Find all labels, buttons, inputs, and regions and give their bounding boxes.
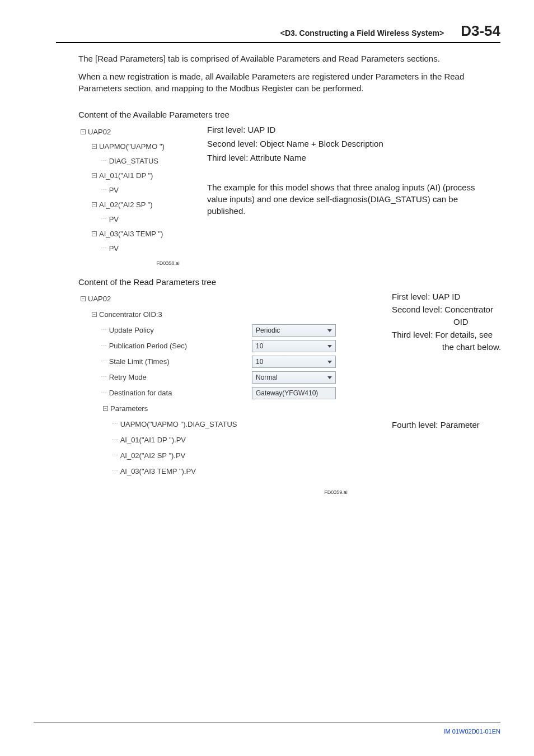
select-value: Normal — [256, 374, 278, 381]
tree-connector-icon: ⋯ — [101, 245, 107, 252]
tree-connector-icon: ⋯ — [101, 157, 107, 165]
read-params-title: Content of the Read Parameters tree — [78, 277, 495, 287]
available-params-figure: − UAP02 − UAPMO("UAPMO ") ⋯ DIAG_STATUS … — [78, 124, 495, 256]
tree-connector-icon: ⋯ — [101, 216, 107, 223]
tree-node-ai01-pv[interactable]: ⋯ PV — [78, 183, 196, 198]
collapse-icon[interactable]: − — [81, 129, 86, 134]
tree-node-destination[interactable]: ⋯ Destination for data — [78, 389, 252, 397]
tree-label: AI_01("AI1 DP ") — [99, 171, 153, 180]
tree-label: AI_03("AI3 TEMP ") — [99, 230, 163, 238]
tree-label: Concentrator OID:3 — [99, 310, 162, 319]
tree-label: AI_01("AI1 DP ").PV — [120, 436, 186, 444]
collapse-icon[interactable]: − — [92, 144, 97, 149]
desc-level-2: Second level: Object Name + Block Descri… — [207, 138, 495, 150]
tree-node-publication-period[interactable]: ⋯ Publication Period (Sec) — [78, 342, 252, 350]
tree-node-param-ai01[interactable]: ⋯ AI_01("AI1 DP ").PV — [78, 436, 252, 444]
page: <D3. Constructing a Field Wireless Syste… — [0, 0, 534, 756]
read-params-side-labels: First level: UAP ID Second level: Concen… — [392, 291, 532, 433]
tree-label: AI_03("AI3 TEMP ").PV — [120, 467, 196, 475]
tree-label: Publication Period (Sec) — [109, 342, 187, 350]
tree-label: DIAG_STATUS — [109, 157, 158, 165]
tree-connector-icon: ⋯ — [101, 326, 107, 334]
tree-label: Retry Mode — [109, 373, 147, 381]
desc-example: The example for this model shows that th… — [207, 181, 495, 217]
select-value: 10 — [256, 358, 263, 366]
tree-node-stale-limit[interactable]: ⋯ Stale Limit (Times) — [78, 357, 252, 366]
destination-readonly: Gateway(YFGW410) — [252, 387, 336, 399]
tree-node-diag-status[interactable]: ⋯ DIAG_STATUS — [78, 154, 196, 169]
tree-node-ai02-pv[interactable]: ⋯ PV — [78, 212, 196, 227]
tree-node-uap[interactable]: − UAP02 — [78, 295, 252, 303]
stale-limit-select[interactable]: 10 — [252, 356, 336, 368]
tree-connector-icon: ⋯ — [112, 468, 118, 475]
tree-node-update-policy[interactable]: ⋯ Update Policy — [78, 326, 252, 334]
header-title: <D3. Constructing a Field Wireless Syste… — [280, 29, 444, 38]
collapse-icon[interactable]: − — [81, 296, 86, 301]
tree-label: Update Policy — [109, 326, 154, 334]
retry-mode-select[interactable]: Normal — [252, 371, 336, 384]
tree-connector-icon: ⋯ — [101, 186, 107, 194]
tree-node-uap[interactable]: − UAP02 — [78, 125, 196, 139]
tree-label: UAPMO("UAPMO ") — [99, 142, 165, 151]
tree-label: AI_02("AI2 SP ").PV — [120, 451, 186, 460]
tree-node-param-ai03[interactable]: ⋯ AI_03("AI3 TEMP ").PV — [78, 467, 252, 475]
tree-connector-icon: ⋯ — [101, 342, 107, 349]
update-policy-select[interactable]: Periodic — [252, 324, 336, 337]
figure-label-1: FD0358.ai — [146, 260, 190, 266]
tree-node-ai03[interactable]: − AI_03("AI3 TEMP ") — [78, 227, 196, 241]
collapse-icon[interactable]: − — [92, 312, 97, 317]
tree-connector-icon: ⋯ — [101, 389, 107, 396]
tree-connector-icon: ⋯ — [112, 436, 118, 444]
tree-node-uapmo[interactable]: − UAPMO("UAPMO ") — [78, 139, 196, 154]
tree-node-param-diag[interactable]: ⋯ UAPMO("UAPMO ").DIAG_STATUS — [78, 420, 252, 428]
desc-level-3: Third level: Attribute Name — [207, 152, 495, 164]
tree-node-parameters[interactable]: − Parameters — [78, 404, 252, 413]
tree-node-concentrator[interactable]: − Concentrator OID:3 — [78, 310, 252, 319]
tree-label: PV — [109, 215, 119, 223]
tree-connector-icon: ⋯ — [112, 421, 118, 428]
available-params-description: First level: UAP ID Second level: Object… — [196, 124, 495, 219]
desc-level-1: First level: UAP ID — [207, 124, 495, 136]
collapse-icon[interactable]: − — [92, 202, 97, 207]
tree-label: AI_02("AI2 SP ") — [99, 200, 153, 209]
intro-paragraph-1: The [Read Parameters] tab is comprised o… — [78, 53, 495, 64]
collapse-icon[interactable]: − — [92, 173, 97, 178]
select-value: Periodic — [256, 326, 280, 334]
tree-node-retry-mode[interactable]: ⋯ Retry Mode — [78, 373, 252, 381]
tree-connector-icon: ⋯ — [101, 374, 107, 381]
read-params-figure: − UAP02 − Concentrator OID:3 ⋯ Update Po… — [78, 291, 495, 479]
side-level-2b: OID — [392, 316, 532, 328]
available-params-title: Content of the Available Parameters tree — [78, 110, 495, 119]
readonly-value: Gateway(YFGW410) — [256, 389, 318, 397]
available-params-tree: − UAP02 − UAPMO("UAPMO ") ⋯ DIAG_STATUS … — [78, 124, 196, 256]
body: The [Read Parameters] tab is comprised o… — [78, 53, 495, 495]
header-page-number: D3-54 — [461, 22, 500, 40]
tree-label: Parameters — [110, 404, 148, 413]
tree-label: UAPMO("UAPMO ").DIAG_STATUS — [120, 420, 237, 428]
tree-node-ai02[interactable]: − AI_02("AI2 SP ") — [78, 198, 196, 212]
tree-label: Destination for data — [109, 389, 172, 397]
collapse-icon[interactable]: − — [103, 406, 108, 411]
tree-label: PV — [109, 244, 119, 253]
side-level-1: First level: UAP ID — [392, 291, 532, 302]
collapse-icon[interactable]: − — [92, 231, 97, 236]
tree-node-param-ai02[interactable]: ⋯ AI_02("AI2 SP ").PV — [78, 451, 252, 460]
tree-node-ai03-pv[interactable]: ⋯ PV — [78, 241, 196, 256]
side-level-3a: Third level: For details, see — [392, 329, 532, 340]
tree-node-ai01[interactable]: − AI_01("AI1 DP ") — [78, 169, 196, 183]
figure-label-2: FD0359.ai — [313, 489, 358, 495]
tree-connector-icon: ⋯ — [112, 452, 118, 459]
intro-paragraph-2: When a new registration is made, all Ava… — [78, 71, 495, 94]
side-level-3b: the chart below. — [392, 342, 532, 353]
footer-rule — [34, 722, 500, 722]
page-header: <D3. Constructing a Field Wireless Syste… — [56, 22, 500, 43]
tree-connector-icon: ⋯ — [101, 358, 107, 365]
publication-period-select[interactable]: 10 — [252, 340, 336, 352]
side-level-2a: Second level: Concentrator — [392, 304, 532, 315]
footer-doc-id: IM 01W02D01-01EN — [444, 728, 501, 735]
tree-label: PV — [109, 186, 119, 194]
side-level-4: Fourth level: Parameter — [392, 419, 532, 431]
read-params-tree: − UAP02 − Concentrator OID:3 ⋯ Update Po… — [78, 291, 381, 479]
tree-label: UAP02 — [88, 295, 111, 303]
tree-label: UAP02 — [88, 128, 111, 136]
